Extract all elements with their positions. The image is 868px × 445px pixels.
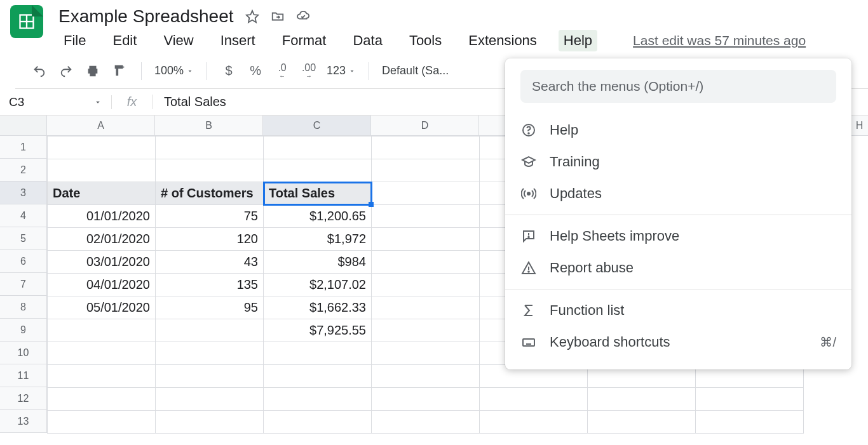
undo-icon[interactable] xyxy=(31,62,48,80)
row-header-9[interactable]: 9 xyxy=(0,319,47,342)
cell-D3[interactable] xyxy=(372,182,480,205)
help-menu-training[interactable]: Training xyxy=(505,146,851,178)
menu-help[interactable]: Help xyxy=(559,30,597,51)
cell-D12[interactable] xyxy=(372,388,480,411)
cell-D4[interactable] xyxy=(372,205,480,228)
cell-D11[interactable] xyxy=(372,365,480,388)
cell-C10[interactable] xyxy=(264,342,372,365)
cell-C13[interactable] xyxy=(264,411,372,434)
row-header-7[interactable]: 7 xyxy=(0,273,47,296)
redo-icon[interactable] xyxy=(57,62,75,80)
row-header-11[interactable]: 11 xyxy=(0,364,47,387)
cell-D10[interactable] xyxy=(372,342,480,365)
cell-A9[interactable] xyxy=(48,319,156,342)
cell-D7[interactable] xyxy=(372,274,480,296)
font-selector[interactable]: Default (Sa... xyxy=(382,64,449,77)
cell-A13[interactable] xyxy=(48,411,156,434)
help-menu-keyboard-shortcuts[interactable]: Keyboard shortcuts⌘/ xyxy=(505,326,851,358)
row-header-12[interactable]: 12 xyxy=(0,387,47,410)
sheets-logo[interactable] xyxy=(10,5,43,38)
print-icon[interactable] xyxy=(84,62,102,80)
cell-G13[interactable] xyxy=(696,411,804,434)
cell-B4[interactable]: 75 xyxy=(156,205,264,228)
cell-B3[interactable]: # of Customers xyxy=(156,182,264,205)
edit-status-link[interactable]: Last edit was 57 minutes ago xyxy=(633,33,806,48)
cell-A3[interactable]: Date xyxy=(48,182,156,205)
document-title[interactable]: Example Spreadsheet xyxy=(58,6,234,27)
decrease-decimal-icon[interactable]: .0← xyxy=(273,62,291,80)
star-icon[interactable] xyxy=(245,10,259,23)
cell-B12[interactable] xyxy=(156,388,264,411)
menu-tools[interactable]: Tools xyxy=(404,30,447,51)
row-header-1[interactable]: 1 xyxy=(0,136,47,159)
cell-C5[interactable]: $1,972 xyxy=(264,228,372,251)
cell-B6[interactable]: 43 xyxy=(156,251,264,274)
menu-insert[interactable]: Insert xyxy=(215,30,261,51)
cell-C11[interactable] xyxy=(264,365,372,388)
row-header-6[interactable]: 6 xyxy=(0,250,47,273)
cell-A6[interactable]: 03/01/2020 xyxy=(48,251,156,274)
zoom-selector[interactable]: 100% xyxy=(154,64,194,77)
cell-B13[interactable] xyxy=(156,411,264,434)
help-menu-help[interactable]: Help xyxy=(505,114,851,146)
cell-C2[interactable] xyxy=(264,159,372,182)
increase-decimal-icon[interactable]: .00→ xyxy=(300,62,318,80)
cell-E13[interactable] xyxy=(480,411,588,434)
menu-file[interactable]: File xyxy=(58,30,91,51)
menu-extensions[interactable]: Extensions xyxy=(463,30,542,51)
currency-icon[interactable]: $ xyxy=(220,62,238,80)
cloud-saved-icon[interactable] xyxy=(296,10,310,23)
cell-C1[interactable] xyxy=(264,136,372,159)
select-all-corner[interactable] xyxy=(0,116,47,136)
cell-D9[interactable] xyxy=(372,319,480,342)
paint-format-icon[interactable] xyxy=(111,62,128,80)
cell-A2[interactable] xyxy=(48,159,156,182)
cell-B9[interactable] xyxy=(156,319,264,342)
cell-A7[interactable]: 04/01/2020 xyxy=(48,274,156,296)
help-menu-report-abuse[interactable]: Report abuse xyxy=(505,252,851,284)
column-header-C[interactable]: C xyxy=(263,116,371,136)
cell-C8[interactable]: $1,662.33 xyxy=(264,296,372,319)
cell-D1[interactable] xyxy=(372,136,480,159)
cell-C12[interactable] xyxy=(264,388,372,411)
row-header-5[interactable]: 5 xyxy=(0,227,47,250)
cell-C6[interactable]: $984 xyxy=(264,251,372,274)
cell-B7[interactable]: 135 xyxy=(156,274,264,296)
cell-B10[interactable] xyxy=(156,342,264,365)
cell-A12[interactable] xyxy=(48,388,156,411)
column-header-peek[interactable]: H xyxy=(850,116,868,136)
cell-A5[interactable]: 02/01/2020 xyxy=(48,228,156,251)
menu-view[interactable]: View xyxy=(158,30,198,51)
cell-B8[interactable]: 95 xyxy=(156,296,264,319)
cell-D13[interactable] xyxy=(372,411,480,434)
help-menu-help-sheets-improve[interactable]: Help Sheets improve xyxy=(505,220,851,252)
menu-data[interactable]: Data xyxy=(348,30,387,51)
cell-C7[interactable]: $2,107.02 xyxy=(264,274,372,296)
move-folder-icon[interactable] xyxy=(271,10,285,23)
cell-D2[interactable] xyxy=(372,159,480,182)
cell-B11[interactable] xyxy=(156,365,264,388)
cell-B5[interactable]: 120 xyxy=(156,228,264,251)
cell-G12[interactable] xyxy=(696,388,804,411)
row-header-2[interactable]: 2 xyxy=(0,159,47,182)
cell-F12[interactable] xyxy=(588,388,696,411)
row-header-4[interactable]: 4 xyxy=(0,204,47,227)
cell-A4[interactable]: 01/01/2020 xyxy=(48,205,156,228)
percent-icon[interactable]: % xyxy=(247,62,264,80)
menu-edit[interactable]: Edit xyxy=(107,30,142,51)
cell-C9[interactable]: $7,925.55 xyxy=(264,319,372,342)
cell-D6[interactable] xyxy=(372,251,480,274)
cell-A11[interactable] xyxy=(48,365,156,388)
column-header-D[interactable]: D xyxy=(371,116,479,136)
column-header-B[interactable]: B xyxy=(155,116,263,136)
cell-C4[interactable]: $1,200.65 xyxy=(264,205,372,228)
column-header-A[interactable]: A xyxy=(47,116,155,136)
cell-F13[interactable] xyxy=(588,411,696,434)
number-format-selector[interactable]: 123 xyxy=(327,64,356,77)
help-menu-function-list[interactable]: Function list xyxy=(505,295,851,326)
cell-B2[interactable] xyxy=(156,159,264,182)
cell-A1[interactable] xyxy=(48,136,156,159)
row-header-10[interactable]: 10 xyxy=(0,342,47,364)
cell-D5[interactable] xyxy=(372,228,480,251)
cell-B1[interactable] xyxy=(156,136,264,159)
